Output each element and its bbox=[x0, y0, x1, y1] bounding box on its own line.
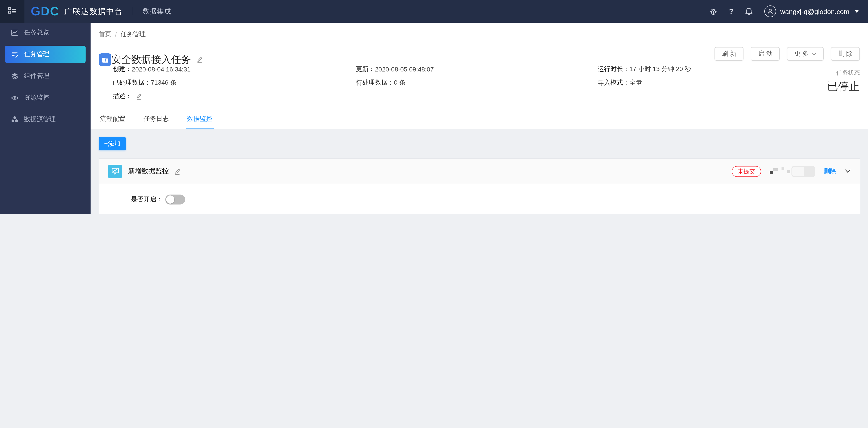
status-badge: 未提交 bbox=[732, 166, 761, 177]
tab-bar: 流程配置 任务日志 数据监控 bbox=[99, 110, 214, 129]
topbar-divider bbox=[132, 7, 133, 15]
pending-label: 待处理数据： bbox=[356, 79, 394, 87]
sidebar-item-label: 资源监控 bbox=[24, 94, 49, 102]
user-caret-icon bbox=[855, 10, 859, 13]
sidebar-item-label: 组件管理 bbox=[24, 72, 49, 80]
breadcrumb: 首页 / 任务管理 bbox=[99, 30, 146, 38]
monitor-card: 新增数据监控 未提交 bbox=[99, 158, 860, 214]
menu-icon bbox=[8, 7, 16, 15]
task-edit-icon bbox=[11, 51, 19, 58]
sidebar-item-resource-monitor[interactable]: 资源监控 bbox=[5, 89, 86, 106]
tab-task-log[interactable]: 任务日志 bbox=[142, 110, 170, 129]
task-action-buttons: 刷 新 启 动 更 多 删 除 bbox=[715, 47, 860, 61]
pending-field: 待处理数据： 0 条 bbox=[356, 79, 598, 87]
avatar bbox=[764, 5, 776, 17]
eye-icon bbox=[11, 94, 19, 102]
sidebar-item-datasource-management[interactable]: 数据源管理 bbox=[5, 111, 86, 128]
created-label: 创建： bbox=[113, 65, 132, 73]
breadcrumb-current: 任务管理 bbox=[120, 30, 146, 38]
sidebar-item-label: 数据源管理 bbox=[24, 116, 56, 124]
edit-title-icon[interactable] bbox=[196, 56, 203, 63]
app-root: GDC 广联达数据中台 数据集成 ? bbox=[0, 0, 868, 214]
edit-monitor-title-icon[interactable] bbox=[174, 168, 181, 175]
created-value: 2020-08-04 16:34:31 bbox=[132, 66, 191, 73]
processed-field: 已处理数据： 71346 条 bbox=[113, 79, 356, 87]
import-mode-value: 全量 bbox=[629, 79, 642, 87]
runtime-field: 运行时长： 17 小时 13 分钟 20 秒 bbox=[598, 65, 691, 73]
menu-toggle-button[interactable] bbox=[0, 0, 25, 23]
topbar: GDC 广联达数据中台 数据集成 ? bbox=[0, 0, 868, 23]
sidebar: 任务总览 任务管理 组件管理 bbox=[0, 23, 91, 214]
tab-data-monitor[interactable]: 数据监控 bbox=[186, 110, 214, 129]
add-monitor-button[interactable]: +添加 bbox=[99, 137, 126, 150]
processed-label: 已处理数据： bbox=[113, 79, 151, 87]
page-title: 安全数据接入任务 bbox=[112, 53, 191, 67]
chevron-down-icon bbox=[812, 52, 816, 56]
more-button[interactable]: 更 多 bbox=[787, 47, 824, 61]
sidebar-item-component-management[interactable]: 组件管理 bbox=[5, 67, 86, 85]
data-monitor-section: +添加 新增数据监控 bbox=[91, 129, 868, 214]
updated-value: 2020-08-05 09:48:07 bbox=[375, 66, 434, 73]
delete-label: 删 除 bbox=[838, 50, 852, 58]
start-button[interactable]: 启 动 bbox=[751, 47, 780, 61]
datasource-cluster-icon bbox=[11, 116, 19, 123]
pending-value: 0 条 bbox=[394, 79, 405, 87]
product-name: 广联达数据中台 bbox=[64, 6, 123, 17]
monitor-form: 是否开启： * ? 验证方式： 抽样验证 bbox=[99, 184, 860, 214]
monitor-chart-icon bbox=[108, 164, 122, 178]
edit-description-icon[interactable] bbox=[135, 93, 142, 100]
topbar-right: ? wangxj-q@glodon.com bbox=[709, 5, 868, 17]
monitor-panel-title: 新增数据监控 bbox=[128, 167, 169, 175]
updated-label: 更新： bbox=[356, 65, 375, 73]
chart-overview-icon bbox=[11, 29, 19, 36]
main-content: 首页 / 任务管理 安全数据接入任务 bbox=[91, 23, 868, 214]
updated-field: 更新： 2020-08-05 09:48:07 bbox=[356, 65, 598, 73]
user-email: wangxj-q@glodon.com bbox=[780, 7, 849, 15]
refresh-label: 刷 新 bbox=[722, 50, 737, 58]
monitor-card-header: 新增数据监控 未提交 bbox=[99, 159, 860, 184]
sidebar-item-task-management[interactable]: 任务管理 bbox=[5, 46, 86, 63]
user-menu[interactable]: wangxj-q@glodon.com bbox=[764, 5, 859, 17]
enable-row: 是否开启： bbox=[99, 195, 860, 204]
task-folder-icon bbox=[99, 54, 112, 66]
bug-icon[interactable] bbox=[709, 7, 718, 15]
runtime-label: 运行时长： bbox=[598, 65, 629, 73]
gdc-logo: GDC bbox=[31, 4, 59, 18]
sidebar-item-label: 任务总览 bbox=[24, 29, 49, 37]
monitor-header-right: 未提交 删除 bbox=[732, 166, 851, 177]
delete-button[interactable]: 删 除 bbox=[831, 47, 860, 61]
refresh-button[interactable]: 刷 新 bbox=[715, 47, 744, 61]
more-label: 更 多 bbox=[794, 50, 809, 58]
task-status: 任务状态 已停止 bbox=[827, 69, 860, 94]
enable-label-wrap: 是否开启： bbox=[99, 195, 162, 204]
delete-monitor-link[interactable]: 删除 bbox=[824, 167, 836, 175]
status-label: 任务状态 bbox=[827, 69, 860, 77]
processed-value: 71346 条 bbox=[151, 79, 177, 87]
description-label: 描述： bbox=[113, 92, 132, 100]
status-value: 已停止 bbox=[827, 79, 860, 94]
tab-flow-config[interactable]: 流程配置 bbox=[99, 110, 127, 129]
created-field: 创建： 2020-08-04 16:34:31 bbox=[113, 65, 356, 73]
description-field: 描述： bbox=[113, 92, 356, 100]
notification-bell-icon[interactable] bbox=[745, 7, 753, 15]
breadcrumb-home[interactable]: 首页 bbox=[99, 30, 112, 38]
import-mode-label: 导入模式： bbox=[598, 79, 629, 87]
redacted-toggle[interactable] bbox=[770, 166, 815, 177]
enable-toggle[interactable] bbox=[165, 195, 185, 204]
runtime-value: 17 小时 13 分钟 20 秒 bbox=[629, 65, 691, 73]
start-label: 启 动 bbox=[758, 50, 773, 58]
breadcrumb-separator: / bbox=[115, 31, 117, 38]
collapse-panel-chevron-icon[interactable] bbox=[845, 169, 851, 173]
task-info-grid: 创建： 2020-08-04 16:34:31 更新： 2020-08-05 0… bbox=[113, 65, 691, 105]
help-icon[interactable]: ? bbox=[729, 7, 734, 15]
app-name[interactable]: 数据集成 bbox=[143, 7, 172, 15]
layers-icon bbox=[11, 72, 19, 80]
task-header-section: 首页 / 任务管理 安全数据接入任务 bbox=[91, 23, 868, 129]
sidebar-item-label: 任务管理 bbox=[24, 50, 49, 58]
import-mode-field: 导入模式： 全量 bbox=[598, 79, 691, 87]
enable-label: 是否开启： bbox=[131, 195, 162, 204]
sidebar-item-task-overview[interactable]: 任务总览 bbox=[5, 24, 86, 41]
